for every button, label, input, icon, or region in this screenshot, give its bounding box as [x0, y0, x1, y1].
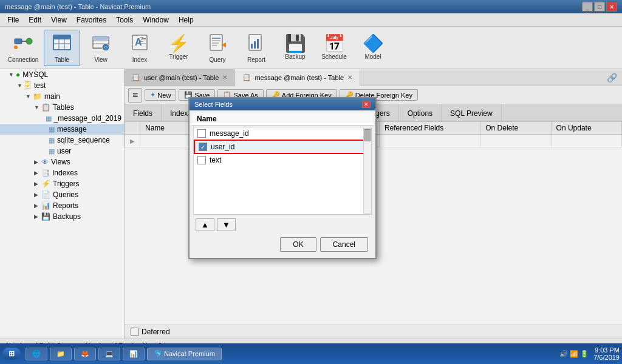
menu-edit[interactable]: Edit	[24, 15, 46, 25]
sidebar-item-reports[interactable]: ▶ 📊 Reports	[0, 200, 124, 211]
menu-window[interactable]: Window	[138, 15, 174, 25]
tab-message-close[interactable]: ✕	[347, 74, 352, 81]
sidebar-label-main: main	[44, 92, 60, 101]
ok-button[interactable]: OK	[280, 237, 316, 252]
options-tab-label: Options	[408, 109, 432, 118]
tab-user-close[interactable]: ✕	[222, 74, 227, 81]
modal-list[interactable]: message_id ✓ user_id text	[193, 127, 372, 215]
sidebar-item-message[interactable]: ▦ message	[0, 124, 124, 135]
toolbar-view[interactable]: View	[83, 30, 119, 66]
sidebar-item-views[interactable]: ▶ 👁 Views	[0, 157, 124, 167]
taskbar-item-1[interactable]: 📁	[50, 348, 72, 360]
start-button[interactable]: ⊞	[2, 348, 21, 360]
sidebar-item-message-old[interactable]: ▦ _message_old_2019	[0, 113, 124, 124]
expand-arrow-tables: ▼	[34, 104, 40, 110]
sidebar-label-user: user	[57, 147, 71, 155]
cancel-button[interactable]: Cancel	[320, 237, 368, 252]
taskbar-item-0[interactable]: 🌐	[26, 348, 47, 360]
sidebar-item-triggers[interactable]: ▶ ⚡ Triggers	[0, 178, 124, 189]
close-button[interactable]: ✕	[606, 2, 617, 12]
row-on-update-cell[interactable]	[551, 135, 621, 147]
sidebar-label-tables: Tables	[53, 103, 74, 112]
maximize-button[interactable]: □	[594, 2, 605, 12]
toolbar-index-label: Index	[132, 56, 147, 63]
sidebar-item-backups[interactable]: ▶ 💾 Backups	[0, 211, 124, 222]
menu-tools[interactable]: Tools	[111, 15, 138, 25]
menu-file[interactable]: File	[2, 15, 24, 25]
table-icon	[52, 33, 72, 55]
minimize-button[interactable]: _	[582, 2, 593, 12]
tab-options[interactable]: Options	[399, 104, 442, 121]
deferred-label: Deferred	[142, 328, 170, 336]
fields-tab-label: Fields	[133, 109, 152, 118]
toolbar-report[interactable]: Report	[238, 30, 275, 66]
sidebar-item-sqlite-seq[interactable]: ▦ sqlite_sequence	[0, 135, 124, 146]
toolbar-backup[interactable]: 💾 Backup	[277, 30, 313, 66]
toolbar-table[interactable]: Table	[44, 30, 80, 66]
modal-close-btn[interactable]: ✕	[362, 101, 371, 108]
sidebar-item-indexes[interactable]: ▶ 📑 Indexes	[0, 167, 124, 178]
menu-help[interactable]: Help	[174, 15, 199, 25]
tab-message-table[interactable]: 📋 message @main (test) - Table ✕	[235, 69, 360, 86]
svg-rect-13	[93, 36, 109, 40]
title-bar-controls[interactable]: _ □ ✕	[582, 2, 617, 12]
main-toolbar: Connection Table	[0, 27, 622, 69]
trigger-icon: ⚡	[168, 35, 190, 52]
row-ref-fields-cell[interactable]	[379, 135, 480, 147]
expand-arrow-mysql: ▼	[9, 72, 15, 78]
taskbar-item-3[interactable]: 💻	[98, 348, 120, 360]
tab-user-table[interactable]: 📋 user @main (test) - Table ✕	[125, 69, 235, 86]
taskbar-date: 7/6/2019	[593, 354, 620, 361]
nav-up-btn[interactable]: ▲	[196, 218, 214, 231]
toolbar-trigger[interactable]: ⚡ Trigger	[160, 30, 197, 66]
test-icon: 🗄	[24, 81, 32, 90]
sidebar-item-user[interactable]: ▦ user	[0, 146, 124, 157]
modal-scrollbar[interactable]	[363, 128, 372, 214]
sidebar-label-views: Views	[51, 158, 70, 166]
scroll-thumb[interactable]	[364, 129, 371, 141]
sidebar-item-queries[interactable]: ▶ 📄 Queries	[0, 189, 124, 200]
toolbar-index[interactable]: A Z Index	[121, 30, 158, 66]
hamburger-button[interactable]: ≡	[128, 88, 142, 103]
toolbar-connection[interactable]: Connection	[5, 30, 41, 66]
modal-item-text[interactable]: text	[194, 154, 371, 166]
menu-favorites[interactable]: Favorites	[72, 15, 111, 25]
checkbox-text[interactable]	[197, 156, 206, 164]
svg-rect-28	[251, 44, 253, 49]
report-icon	[247, 33, 266, 55]
sidebar-item-mysql[interactable]: ▼ ● MYSQL	[0, 69, 124, 80]
menu-view[interactable]: View	[46, 15, 72, 25]
modal-title-text: Select Fields	[194, 101, 233, 108]
field-picker-modal: Select Fields ✕ Name message_id ✓ user_i…	[188, 97, 377, 259]
modal-list-header: Name	[192, 113, 373, 126]
index-icon: A Z	[130, 33, 149, 55]
toolbar-query[interactable]: Query	[199, 30, 236, 66]
toolbar-schedule[interactable]: 📅 Schedule	[316, 30, 352, 66]
modal-item-message-id[interactable]: message_id	[194, 127, 371, 140]
taskbar-item-navicat[interactable]: 🐬 Navicat Premium	[147, 348, 222, 360]
sidebar-label-backups: Backups	[53, 212, 81, 221]
sidebar-item-test[interactable]: ▼ 🗄 test	[0, 80, 124, 91]
toolbar-model[interactable]: 🔷 Model	[355, 30, 391, 66]
new-icon: ✦	[150, 91, 156, 99]
tab-sql-preview[interactable]: SQL Preview	[442, 104, 502, 121]
svg-rect-29	[254, 41, 256, 49]
taskbar-item-4[interactable]: 📊	[123, 348, 145, 360]
tab-fields[interactable]: Fields	[125, 104, 162, 121]
taskbar-item-2[interactable]: 🦊	[74, 348, 96, 360]
table-sqlite-icon: ▦	[49, 136, 55, 144]
new-button[interactable]: ✦ New	[145, 89, 176, 101]
backup-icon: 💾	[285, 35, 306, 52]
sidebar-item-tables[interactable]: ▼ 📋 Tables	[0, 102, 124, 113]
nav-down-btn[interactable]: ▼	[217, 218, 236, 231]
sidebar-label-reports: Reports	[53, 201, 78, 210]
checkbox-message-id[interactable]	[197, 129, 206, 138]
taskbar-clock: 9:03 PM 7/6/2019	[593, 346, 620, 361]
checkbox-user-id[interactable]: ✓	[199, 143, 207, 151]
sidebar-item-main[interactable]: ▼ 📁 main	[0, 91, 124, 102]
deferred-checkbox[interactable]	[131, 328, 139, 336]
expand-arrow-backups: ▶	[34, 214, 40, 220]
row-on-delete-cell[interactable]	[480, 135, 551, 147]
modal-item-user-id[interactable]: ✓ user_id	[194, 140, 371, 154]
tab-user-icon: 📋	[132, 73, 140, 81]
